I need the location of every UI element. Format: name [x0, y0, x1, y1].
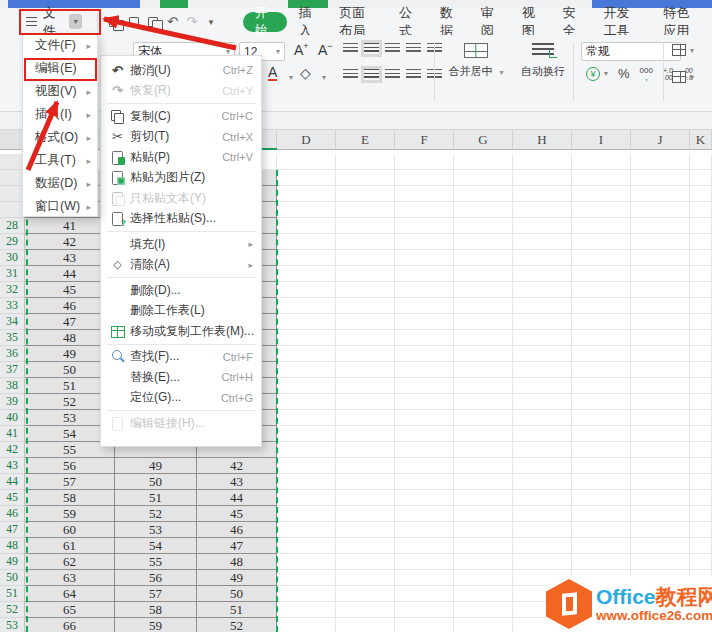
grid-cell[interactable]: [690, 394, 712, 410]
grid-cell[interactable]: [336, 506, 395, 522]
grid-cell[interactable]: [454, 154, 513, 170]
grid-cell[interactable]: [572, 234, 631, 250]
grid-cell[interactable]: [513, 362, 572, 378]
grid-cell[interactable]: [513, 186, 572, 202]
grid-cell[interactable]: [572, 346, 631, 362]
grid-cell[interactable]: [277, 202, 336, 218]
grid-cell[interactable]: [336, 554, 395, 570]
row-header[interactable]: 47: [0, 522, 25, 538]
row-header[interactable]: 43: [0, 458, 25, 474]
grid-cell[interactable]: [277, 186, 336, 202]
grid-cell[interactable]: [336, 218, 395, 234]
grid-cell[interactable]: [336, 250, 395, 266]
grid-cell[interactable]: 53: [115, 522, 197, 538]
grid-cell[interactable]: [690, 522, 712, 538]
grid-cell[interactable]: [572, 282, 631, 298]
grid-cell[interactable]: [513, 170, 572, 186]
grid-cell[interactable]: [690, 266, 712, 282]
grid-cell[interactable]: [454, 378, 513, 394]
file-menu-item-6[interactable]: 工具(T)▸: [23, 149, 97, 172]
grid-cell[interactable]: [395, 474, 454, 490]
tab-插入[interactable]: 插入: [287, 12, 328, 32]
grid-cell[interactable]: [690, 538, 712, 554]
grid-cell[interactable]: [395, 538, 454, 554]
tab-数据[interactable]: 数据: [429, 12, 470, 32]
grid-cell[interactable]: [336, 186, 395, 202]
edit-submenu-item-18[interactable]: 查找(F)...Ctrl+F: [101, 347, 261, 368]
grid-cell[interactable]: [454, 586, 513, 602]
grid-cell[interactable]: [572, 186, 631, 202]
grid-cell[interactable]: [631, 346, 690, 362]
decrease-font-button[interactable]: A−: [318, 41, 333, 58]
grid-cell[interactable]: [690, 234, 712, 250]
tab-审阅[interactable]: 审阅: [470, 12, 511, 32]
percent-icon[interactable]: %: [618, 66, 630, 81]
grid-cell[interactable]: [572, 218, 631, 234]
grid-cell[interactable]: [631, 522, 690, 538]
grid-cell[interactable]: [572, 154, 631, 170]
grid-cell[interactable]: [572, 506, 631, 522]
grid-cell[interactable]: [631, 362, 690, 378]
redo-icon[interactable]: ↷: [185, 14, 198, 30]
grid-cell[interactable]: 57: [115, 586, 197, 602]
edit-submenu-item-16[interactable]: 移动或复制工作表(M)...: [101, 321, 261, 342]
grid-cell[interactable]: [513, 202, 572, 218]
grid-cell[interactable]: [336, 362, 395, 378]
comma-style-icon[interactable]: 000,: [640, 67, 653, 81]
grid-cell[interactable]: [572, 250, 631, 266]
grid-cell[interactable]: [395, 362, 454, 378]
grid-cell[interactable]: [690, 426, 712, 442]
grid-cell[interactable]: [690, 506, 712, 522]
grid-cell[interactable]: [277, 378, 336, 394]
grid-cell[interactable]: [454, 474, 513, 490]
grid-cell[interactable]: [454, 490, 513, 506]
grid-cell[interactable]: [277, 330, 336, 346]
grid-cell[interactable]: [395, 602, 454, 618]
grid-cell[interactable]: [277, 506, 336, 522]
grid-cell[interactable]: [513, 522, 572, 538]
grid-cell[interactable]: [395, 394, 454, 410]
grid-cell[interactable]: 65: [25, 602, 115, 618]
grid-cell[interactable]: [395, 186, 454, 202]
grid-cell[interactable]: 56: [115, 570, 197, 586]
grid-cell[interactable]: [572, 490, 631, 506]
grid-cell[interactable]: [513, 458, 572, 474]
grid-cell[interactable]: [690, 186, 712, 202]
row-header[interactable]: 46: [0, 506, 25, 522]
file-menu-item-5[interactable]: 格式(O)▸: [23, 126, 97, 149]
edit-submenu-item-19[interactable]: 替换(E)...Ctrl+H: [101, 367, 261, 388]
grid-cell[interactable]: 57: [25, 474, 115, 490]
edit-submenu-item-1[interactable]: 撤消(U)Ctrl+Z: [101, 60, 261, 81]
customize-toolbar-icon[interactable]: ▾: [204, 14, 217, 30]
grid-cell[interactable]: [336, 266, 395, 282]
row-header[interactable]: 28: [0, 218, 25, 234]
grid-cell[interactable]: [690, 410, 712, 426]
grid-cell[interactable]: [690, 474, 712, 490]
tab-开发工具[interactable]: 开发工具: [592, 12, 652, 32]
grid-cell[interactable]: [454, 186, 513, 202]
grid-cell[interactable]: 45: [197, 506, 277, 522]
grid-cell[interactable]: [395, 506, 454, 522]
grid-cell[interactable]: [395, 586, 454, 602]
row-header[interactable]: 36: [0, 346, 25, 362]
grid-cell[interactable]: [513, 346, 572, 362]
decrease-indent-icon[interactable]: [406, 43, 421, 54]
font-color-button[interactable]: A: [268, 65, 277, 81]
grid-cell[interactable]: [277, 346, 336, 362]
grid-cell[interactable]: 63: [25, 570, 115, 586]
row-header[interactable]: 37: [0, 362, 25, 378]
grid-cell[interactable]: [513, 554, 572, 570]
grid-cell[interactable]: [631, 218, 690, 234]
grid-cell[interactable]: [454, 250, 513, 266]
grid-cell[interactable]: [454, 170, 513, 186]
edit-submenu-item-6[interactable]: 粘贴(P)Ctrl+V: [101, 147, 261, 168]
grid-cell[interactable]: [631, 490, 690, 506]
grid-cell[interactable]: 50: [197, 586, 277, 602]
grid-cell[interactable]: [277, 458, 336, 474]
edit-submenu-item-7[interactable]: 粘贴为图片(Z): [101, 168, 261, 189]
grid-cell[interactable]: [454, 458, 513, 474]
grid-cell[interactable]: [631, 330, 690, 346]
grid-cell[interactable]: [395, 490, 454, 506]
grid-cell[interactable]: [690, 218, 712, 234]
grid-cell[interactable]: [336, 426, 395, 442]
